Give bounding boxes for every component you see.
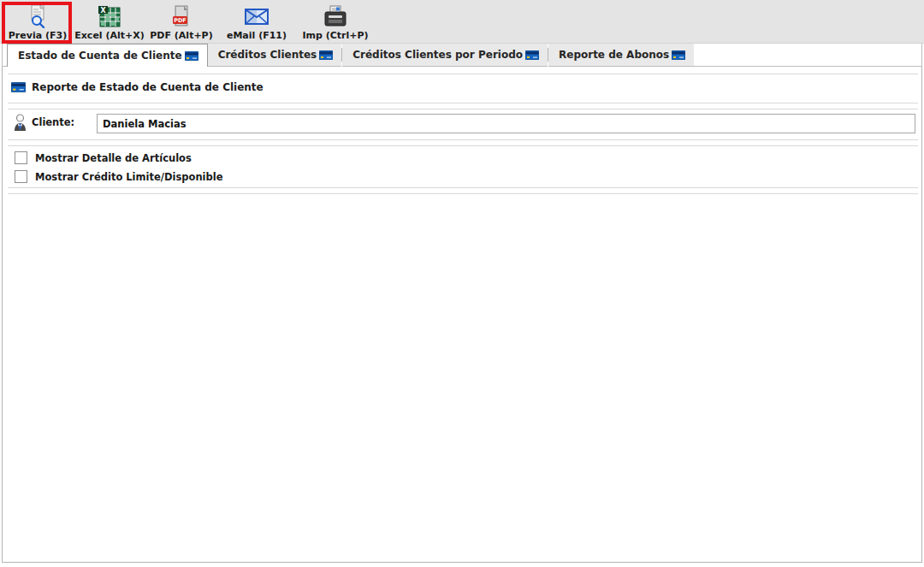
person-icon: [13, 114, 27, 132]
detalle-articulos-label: Mostrar Detalle de Artículos: [35, 152, 192, 164]
email-icon: [244, 3, 270, 29]
separator: [8, 139, 918, 140]
separator: [8, 145, 918, 146]
credit-card-icon: [672, 50, 685, 60]
credit-card-icon: [525, 50, 539, 60]
separator: [8, 103, 918, 103]
print-button-label: Imp (Ctrl+P): [302, 30, 368, 41]
app-window: Previa (F3): [0, 0, 924, 567]
report-panel: Reporte de Estado de Cuenta de Cliente C…: [2, 67, 922, 563]
separator: [8, 109, 918, 109]
email-button-label: eMail (F11): [227, 30, 287, 41]
detalle-articulos-checkbox[interactable]: [15, 151, 27, 164]
excel-icon: X: [98, 3, 121, 29]
separator: [8, 193, 918, 194]
svg-text:PDF: PDF: [174, 17, 187, 24]
toolbar: Previa (F3): [0, 0, 924, 44]
preview-icon: [27, 3, 49, 29]
report-title-row: Reporte de Estado de Cuenta de Cliente: [11, 81, 264, 93]
cliente-label: Cliente:: [32, 116, 74, 128]
credit-card-icon: [319, 50, 333, 60]
tab-creditos-clientes[interactable]: Créditos Clientes: [208, 44, 342, 67]
separator: [8, 74, 918, 74]
svg-text:X: X: [100, 6, 106, 14]
pdf-button-label: PDF (Alt+P): [150, 30, 212, 41]
credit-card-icon: [185, 51, 198, 61]
separator: [8, 187, 918, 188]
preview-button-label: Previa (F3): [9, 30, 67, 41]
credito-limite-label: Mostrar Crédito Limite/Disponible: [35, 171, 223, 183]
email-button[interactable]: eMail (F11): [217, 0, 296, 43]
tab-reporte-de-abonos[interactable]: Reporte de Abonos: [548, 44, 694, 67]
tab-estado-de-cuenta-de-cliente[interactable]: Estado de Cuenta de Cliente: [7, 44, 208, 67]
cliente-row: Cliente:: [13, 112, 74, 133]
pdf-icon: PDF: [171, 3, 192, 29]
detalle-articulos-option: Mostrar Detalle de Artículos: [15, 151, 192, 164]
pdf-button[interactable]: PDF PDF (Alt+P): [145, 0, 217, 43]
printer-icon: [323, 3, 347, 29]
tab-strip-filler: [694, 44, 921, 67]
credito-limite-checkbox[interactable]: [15, 170, 27, 183]
credito-limite-option: Mostrar Crédito Limite/Disponible: [15, 170, 223, 183]
tab-creditos-clientes-por-periodo[interactable]: Créditos Clientes por Periodo: [342, 44, 548, 67]
page-title: Reporte de Estado de Cuenta de Cliente: [32, 81, 264, 93]
excel-button[interactable]: X Excel (Alt+X): [74, 0, 145, 43]
tab-strip: Estado de Cuenta de Cliente Créditos Cli…: [2, 44, 922, 67]
preview-button[interactable]: Previa (F3): [2, 0, 74, 43]
credit-card-icon: [11, 82, 26, 92]
excel-button-label: Excel (Alt+X): [74, 30, 145, 41]
print-button[interactable]: Imp (Ctrl+P): [296, 0, 375, 43]
cliente-input[interactable]: [97, 114, 915, 133]
